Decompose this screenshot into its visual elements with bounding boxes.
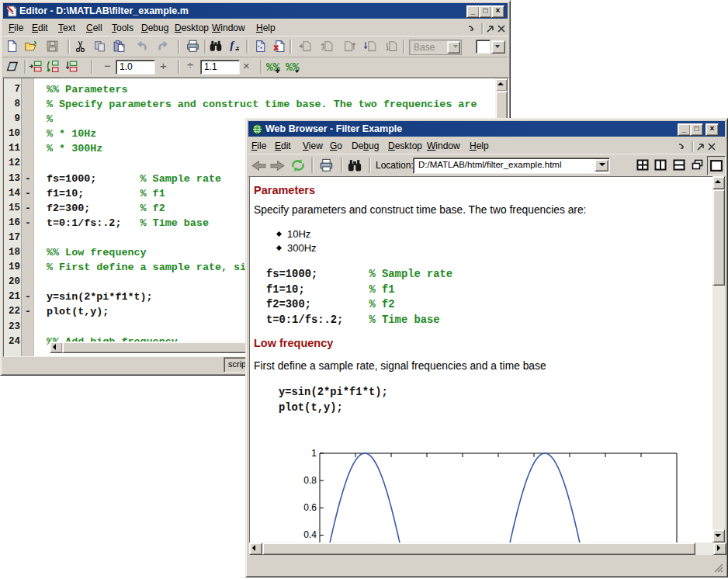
svg-text:1: 1 <box>311 448 317 459</box>
svg-text:0.8: 0.8 <box>303 475 317 486</box>
svg-text:0.4: 0.4 <box>303 529 317 540</box>
svg-text:0.6: 0.6 <box>303 502 317 513</box>
svg-text:f: f <box>230 39 235 51</box>
